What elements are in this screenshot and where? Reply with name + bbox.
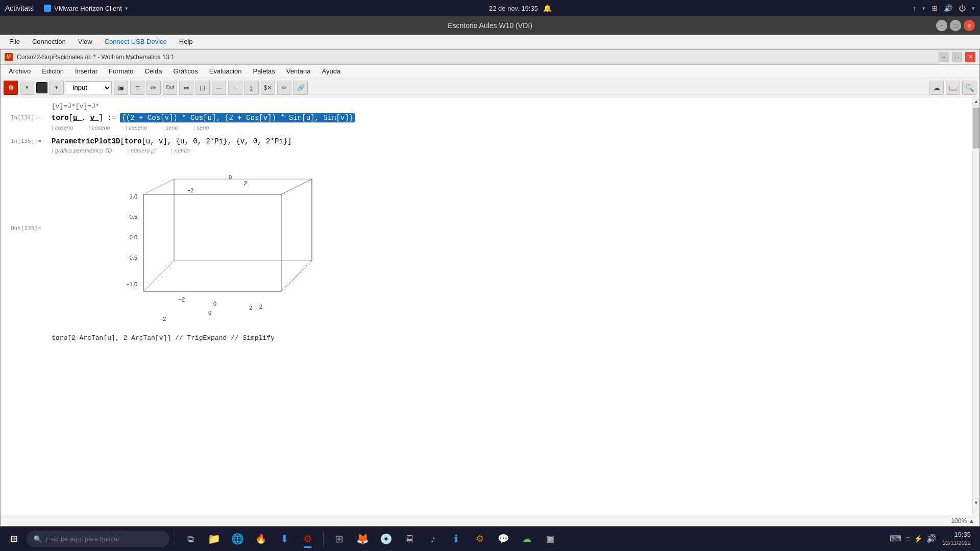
math-menu-celda[interactable]: Celda xyxy=(139,66,167,76)
taskbar-file-manager[interactable]: 📁 xyxy=(204,529,224,549)
toolbar-out-btn[interactable]: Out xyxy=(163,81,177,95)
taskbar-grid-app[interactable]: ⊞ xyxy=(329,529,349,549)
toro-keyword: toro xyxy=(52,114,69,122)
math-menu-ayuda[interactable]: Ayuda xyxy=(317,66,346,76)
math-menubar: Archivo Edición Insertar Formato Celda G… xyxy=(1,65,979,78)
vmware-close-button[interactable]: ✕ xyxy=(964,20,975,31)
up-arrow-icon[interactable]: ↑ xyxy=(913,4,916,12)
taskbar-system-icons: ⌨ ≡ ⚡ 🔊 xyxy=(890,534,937,543)
tray-keyboard-icon[interactable]: ⌨ xyxy=(890,534,901,543)
power-icon[interactable]: ⏻ xyxy=(959,4,966,12)
math-menu-ventana[interactable]: Ventana xyxy=(281,66,316,76)
taskbar-taskview[interactable]: ⧉ xyxy=(180,529,201,549)
toolbar-resize-btn[interactable]: ⊢ xyxy=(228,81,242,95)
notebook-scrollbar[interactable]: ▲ ▼ xyxy=(972,97,979,515)
cell-in135-content[interactable]: ParametricPlot3D[toro[u, v], {u, 0, 2*Pi… xyxy=(52,137,962,155)
vmware-minimize-button[interactable]: − xyxy=(936,20,947,31)
toolbar-more-btn[interactable]: ··· xyxy=(212,81,226,95)
tray-volume-icon[interactable]: 🔊 xyxy=(926,534,937,543)
taskbar-cau[interactable]: ⚙ xyxy=(470,529,490,549)
toolbar-box-btn[interactable]: ⊡ xyxy=(195,81,210,95)
taskbar-clock[interactable]: 19:35 22/11/2022 xyxy=(943,530,971,547)
scroll-thumb[interactable] xyxy=(973,108,979,148)
toolbar-stop-btn[interactable] xyxy=(36,82,47,93)
taskbar-firefox-bottom[interactable]: 🦊 xyxy=(352,529,373,549)
toolbar-cell-btn[interactable]: ▣ xyxy=(114,81,128,95)
torus-plot[interactable]: 1.0 0.5 0.0 −0.5 −1.0 −2 0 2 −2 0 xyxy=(92,164,337,322)
math-toolbar: ⚙ ▾ ▾ Input Output Text Title ▣ ≡ ✏ Out … xyxy=(1,78,979,97)
network-icon[interactable]: ⊞ xyxy=(932,4,938,12)
volume-icon[interactable]: 🔊 xyxy=(944,4,952,12)
cell-in134-content[interactable]: toro[u_, v_] := {(2 + Cos[v]) * Cos[u], … xyxy=(52,113,962,132)
toolbar-dollar-btn[interactable]: $✕ xyxy=(261,81,275,95)
taskbar-chrome[interactable]: 🌐 xyxy=(227,529,248,549)
toolbar-edit-btn[interactable]: ✏ xyxy=(146,81,161,95)
toolbar-left-btn[interactable]: ⇐ xyxy=(179,81,193,95)
math-menu-insertar[interactable]: Insertar xyxy=(70,66,103,76)
toolbar-format-btn[interactable]: ≡ xyxy=(130,81,144,95)
y-axis-label-1: −2 xyxy=(160,316,166,322)
math-menu-graficos[interactable]: Gráficos xyxy=(168,66,203,76)
taskbar-music[interactable]: ♪ xyxy=(423,529,443,549)
toolbar-book-btn[interactable]: 📖 xyxy=(946,81,960,95)
scroll-up-arrow[interactable]: ▲ xyxy=(973,97,979,106)
toolbar-math-btn[interactable]: ∑ xyxy=(244,81,259,95)
start-button[interactable]: ⊞ xyxy=(4,529,23,548)
cell-type-dropdown[interactable]: Input Output Text Title xyxy=(66,81,112,94)
math-minimize-button[interactable]: − xyxy=(939,52,949,62)
scroll-down-arrow[interactable]: ▼ xyxy=(973,498,979,507)
toolbar-dropdown-2[interactable]: ▾ xyxy=(50,81,64,95)
taskbar: ⊞ 🔍 ⧉ 📁 🌐 🔥 ⬇ ⚙ ⊞ 🦊 💿 🖥 ♪ ℹ xyxy=(0,527,980,551)
hint-seno-2: seno xyxy=(193,124,209,131)
hint-seno-1: seno xyxy=(162,124,178,131)
notebook-content: [v]=J*[v]=J* In[134]:= toro[u_, v_] := {… xyxy=(1,97,979,515)
math-close-button[interactable]: ✕ xyxy=(965,52,975,62)
cell-in135-label: In[135]:= xyxy=(11,137,52,144)
notebook-main: [v]=J*[v]=J* In[134]:= toro[u_, v_] := {… xyxy=(1,97,972,515)
toolbar-wolfram-icon[interactable]: ⚙ xyxy=(4,81,18,95)
datetime-label: 22 de nov. 19:35 xyxy=(489,5,538,12)
math-menu-evaluacion[interactable]: Evaluación xyxy=(204,66,247,76)
taskbar-divider-1 xyxy=(175,531,175,546)
vmware-menu-file[interactable]: File xyxy=(4,36,25,47)
vmware-menu-usb[interactable]: Connect USB Device xyxy=(100,36,172,47)
taskbar-downloader[interactable]: ⬇ xyxy=(274,529,295,549)
math-window-controls: − □ ✕ xyxy=(939,52,975,62)
power-dropdown-icon[interactable]: ▾ xyxy=(972,5,975,12)
tray-usb-icon[interactable]: ⚡ xyxy=(914,535,922,543)
hint-coseno-1: coseno xyxy=(52,124,73,131)
vmware-maximize-button[interactable]: □ xyxy=(950,20,961,31)
toolbar-dropdown-1[interactable]: ▾ xyxy=(20,81,34,95)
toolbar-cloud-btn[interactable]: ☁ xyxy=(929,81,944,95)
activities-label[interactable]: Activitats xyxy=(5,4,34,12)
taskbar-search-input[interactable] xyxy=(46,535,148,543)
taskbar-info[interactable]: ℹ xyxy=(446,529,467,549)
prev-formula: [v]=J*[v]=J* xyxy=(11,103,962,110)
toolbar-search-btn[interactable]: 🔍 xyxy=(962,81,976,95)
top-bar-left: Activitats VMware Horizon Client ▾ xyxy=(5,4,128,12)
toolbar-pencil-btn[interactable]: ✏ xyxy=(277,81,291,95)
tray-bar-icon[interactable]: ≡ xyxy=(905,535,910,543)
math-menu-paletas[interactable]: Paletas xyxy=(248,66,280,76)
taskbar-disc[interactable]: 💿 xyxy=(376,529,396,549)
torus-svg: 1.0 0.5 0.0 −0.5 −1.0 −2 0 2 −2 0 xyxy=(92,164,337,322)
taskbar-greencloud[interactable]: ☁ xyxy=(517,529,537,549)
taskbar-chat[interactable]: 💬 xyxy=(493,529,513,549)
taskbar-settings[interactable]: ⚙ xyxy=(298,529,318,549)
hint-coseno-2: coseno xyxy=(88,124,110,131)
dropdown-icon[interactable]: ▾ xyxy=(922,5,925,12)
taskbar-display[interactable]: 🖥 xyxy=(399,529,420,549)
vmware-menu-help[interactable]: Help xyxy=(174,36,198,47)
vmware-app-label[interactable]: VMware Horizon Client ▾ xyxy=(44,5,128,12)
zoom-up-icon[interactable]: ▲ xyxy=(969,518,974,524)
math-menu-archivo[interactable]: Archivo xyxy=(4,66,36,76)
vmware-menu-view[interactable]: View xyxy=(73,36,97,47)
vmware-menu-connection[interactable]: Connection xyxy=(27,36,71,47)
toolbar-link-btn[interactable]: 🔗 xyxy=(293,81,308,95)
math-menu-edicion[interactable]: Edición xyxy=(37,66,69,76)
math-menu-formato[interactable]: Formato xyxy=(104,66,138,76)
math-maximize-button[interactable]: □ xyxy=(952,52,962,62)
taskbar-firefox[interactable]: 🔥 xyxy=(251,529,271,549)
taskbar-tiles[interactable]: ▣ xyxy=(540,529,560,549)
taskbar-search[interactable]: 🔍 xyxy=(27,531,169,547)
